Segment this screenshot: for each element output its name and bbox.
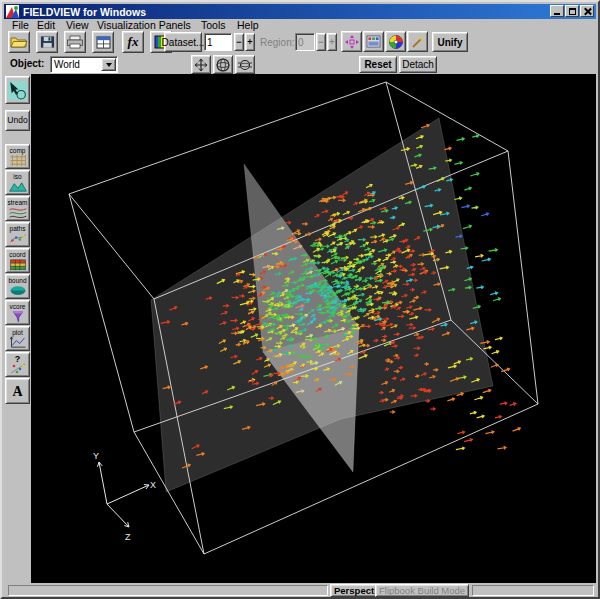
detach-button: Detach bbox=[399, 56, 437, 73]
title-bar[interactable]: FIELDVIEW for Windows bbox=[4, 4, 596, 19]
particle-paths-icon bbox=[8, 232, 28, 245]
panels-window-icon bbox=[96, 36, 111, 49]
isosurface-icon bbox=[8, 180, 28, 193]
tool-sidebar: Undo comp iso stream paths bbox=[4, 74, 31, 583]
fx-icon: fx bbox=[128, 34, 139, 50]
spin-mode-button[interactable] bbox=[235, 55, 255, 74]
chevron-down-icon bbox=[106, 63, 112, 67]
axis-label-y: Y bbox=[93, 451, 99, 461]
save-button[interactable] bbox=[36, 31, 58, 53]
menu-tools[interactable]: Tools bbox=[199, 19, 228, 31]
axis-label-x: X bbox=[150, 480, 156, 490]
translate-arrows-icon bbox=[193, 57, 209, 73]
streamlines-icon bbox=[8, 206, 28, 219]
sidebar-item-iso[interactable]: iso bbox=[5, 170, 30, 195]
open-button[interactable] bbox=[8, 31, 30, 53]
region-plus-button: + bbox=[327, 33, 337, 51]
tab-flipbook-build-mode: Flipbook Build Mode bbox=[375, 584, 469, 597]
object-select-arrow[interactable] bbox=[101, 58, 116, 71]
palette-icon bbox=[388, 34, 404, 50]
plus-icon: + bbox=[247, 37, 252, 47]
boundary-surface-icon bbox=[8, 284, 28, 297]
sidebar-item-annotation[interactable]: A bbox=[5, 378, 30, 404]
menu-bar: File Edit View Visualization Panels Tool… bbox=[4, 19, 596, 31]
sidebar-item-vortex-cores[interactable]: vcore bbox=[5, 300, 30, 325]
main-toolbar: fx Dataset... − + Region: − + bbox=[4, 31, 596, 54]
minimize-button[interactable] bbox=[550, 5, 564, 17]
computational-grid-icon bbox=[8, 154, 28, 167]
panels-button[interactable] bbox=[92, 31, 114, 53]
close-button[interactable] bbox=[580, 5, 594, 17]
globe-icon bbox=[215, 57, 231, 73]
object-toolbar: Object: World Reset bbox=[4, 54, 596, 74]
bottom-bar: Perspective Flipbook Build Mode bbox=[4, 583, 596, 599]
minus-icon: − bbox=[318, 37, 323, 47]
save-floppy-icon bbox=[40, 35, 55, 49]
calculator-button[interactable] bbox=[363, 31, 384, 52]
dataset-input[interactable] bbox=[204, 33, 232, 51]
transform-button[interactable] bbox=[341, 31, 362, 52]
rotate-mode-button[interactable] bbox=[213, 55, 233, 74]
dataset-minus-button[interactable]: − bbox=[234, 33, 244, 51]
app-window: FIELDVIEW for Windows File Edit View Vis… bbox=[0, 0, 600, 599]
menu-help[interactable]: Help bbox=[235, 19, 261, 31]
sidebar-item-query[interactable]: ? bbox=[5, 352, 30, 377]
undo-button: Undo bbox=[5, 110, 30, 131]
calculator-icon bbox=[366, 35, 381, 48]
sidebar-item-boundary-surface[interactable]: bound bbox=[5, 274, 30, 299]
function-button[interactable]: fx bbox=[122, 31, 144, 53]
dataset-button-label: Dataset... bbox=[162, 37, 205, 48]
transform-arrows-icon bbox=[344, 34, 360, 50]
vortex-core-icon bbox=[8, 310, 28, 323]
open-folder-icon bbox=[10, 35, 28, 49]
object-label: Object: bbox=[10, 58, 44, 69]
translate-mode-button[interactable] bbox=[191, 55, 211, 74]
app-icon bbox=[6, 5, 19, 18]
window-title: FIELDVIEW for Windows bbox=[23, 6, 146, 18]
reset-button[interactable]: Reset bbox=[359, 56, 397, 73]
undo-label: Undo bbox=[7, 117, 27, 124]
detach-button-label: Detach bbox=[402, 59, 434, 70]
unify-button[interactable]: Unify bbox=[432, 32, 468, 52]
render-scene[interactable]: X Y Z bbox=[31, 74, 596, 583]
query-scatter-icon bbox=[8, 363, 28, 374]
magic-wand-icon bbox=[410, 34, 426, 50]
region-minus-button: − bbox=[316, 33, 326, 51]
minimize-icon bbox=[554, 13, 560, 15]
probe-tool-button[interactable] bbox=[5, 76, 30, 104]
region-input bbox=[295, 33, 315, 51]
flipbook-tab-label: Flipbook Build Mode bbox=[379, 585, 465, 596]
plot-chart-icon bbox=[8, 336, 28, 349]
sidebar-item-coord-surface[interactable]: coord bbox=[5, 248, 30, 273]
status-strip-left bbox=[8, 585, 328, 596]
menu-file[interactable]: File bbox=[10, 19, 31, 31]
sidebar-item-streamlines[interactable]: stream bbox=[5, 196, 30, 221]
maximize-icon bbox=[569, 8, 576, 15]
unify-button-label: Unify bbox=[438, 37, 463, 48]
sidebar-item-comp[interactable]: comp bbox=[5, 144, 30, 169]
sidebar-item-particle-paths[interactable]: paths bbox=[5, 222, 30, 247]
minus-icon: − bbox=[236, 37, 241, 47]
printer-icon bbox=[66, 35, 84, 49]
menu-edit[interactable]: Edit bbox=[35, 19, 57, 31]
wand-button[interactable] bbox=[407, 31, 428, 52]
spinning-globe-icon bbox=[237, 57, 253, 73]
maximize-button[interactable] bbox=[565, 5, 579, 17]
close-icon bbox=[583, 7, 591, 15]
annotation-a-label: A bbox=[12, 384, 22, 399]
menu-visualization-panels[interactable]: Visualization Panels bbox=[95, 19, 193, 31]
render-viewport[interactable]: X Y Z bbox=[31, 74, 596, 583]
axis-label-z: Z bbox=[125, 532, 131, 542]
object-select[interactable]: World bbox=[50, 56, 118, 73]
object-select-value: World bbox=[51, 59, 101, 70]
plus-icon: + bbox=[329, 37, 334, 47]
palette-button[interactable] bbox=[385, 31, 406, 52]
dataset-button[interactable]: Dataset... bbox=[164, 32, 202, 52]
print-button[interactable] bbox=[64, 31, 86, 53]
status-strip-right bbox=[472, 585, 594, 596]
dataset-plus-button[interactable]: + bbox=[245, 33, 255, 51]
menu-view[interactable]: View bbox=[64, 19, 91, 31]
probe-pick-icon bbox=[7, 80, 28, 101]
region-label: Region: bbox=[260, 37, 294, 48]
sidebar-item-plot[interactable]: plot bbox=[5, 326, 30, 351]
